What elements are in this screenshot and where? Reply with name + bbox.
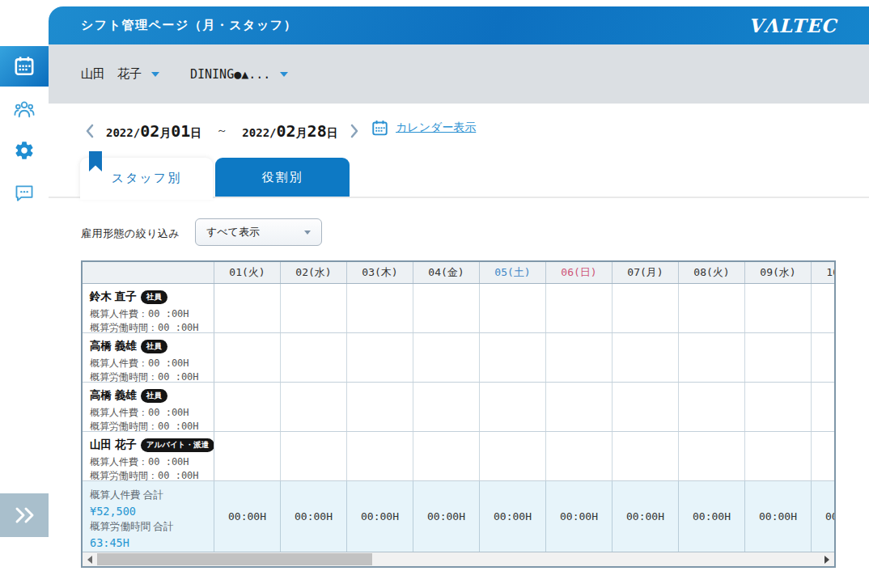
start-day-unit: 日 xyxy=(190,126,201,141)
store-selector-dropdown[interactable]: DINING●▲... xyxy=(190,67,288,82)
shift-cell[interactable] xyxy=(413,284,480,332)
shift-cell[interactable] xyxy=(613,432,679,480)
shift-cell[interactable] xyxy=(214,383,281,431)
shift-cell[interactable] xyxy=(347,333,413,382)
staff-row-header: 山田 花子アルバイト・派遣概算人件費：00 :00H概算労働時間：00 :00H xyxy=(83,432,214,480)
cost-line-label: 概算人件費： xyxy=(90,456,148,467)
shift-cell[interactable] xyxy=(679,383,745,431)
shift-cell[interactable] xyxy=(281,432,347,480)
scroll-right-button[interactable] xyxy=(820,552,833,566)
cost-line: 概算人件費：00 :00H xyxy=(90,455,206,469)
shift-cell[interactable] xyxy=(347,284,413,332)
shift-cell[interactable] xyxy=(745,333,812,382)
summary-header-cell: 概算人件費 合計 ¥52,500 概算労働時間 合計 63:45H xyxy=(83,481,214,552)
chevron-right-icon xyxy=(350,124,359,138)
shift-cell[interactable] xyxy=(546,432,613,480)
start-day: 01 xyxy=(171,121,190,141)
sidebar-item-shift-calendar[interactable] xyxy=(0,46,49,87)
sidebar xyxy=(0,0,49,588)
shift-cell[interactable] xyxy=(347,383,413,431)
page: { "header": { "title": "シフト管理ページ（月・スタッフ）… xyxy=(0,0,869,588)
day-column-header: 10(木) xyxy=(812,262,834,283)
employment-filter-value: すべて表示 xyxy=(206,225,260,239)
shift-cell[interactable] xyxy=(613,383,679,431)
shift-cell[interactable] xyxy=(745,432,812,480)
staff-selector-dropdown[interactable]: 山田 花子 xyxy=(81,66,159,82)
staff-row-header: 鈴木 直子社員概算人件費：00 :00H概算労働時間：00 :00H xyxy=(83,284,214,332)
caret-down-icon xyxy=(151,72,159,77)
bookmark-icon xyxy=(89,151,102,174)
shift-cell[interactable] xyxy=(347,432,413,480)
shift-cell[interactable] xyxy=(812,284,834,332)
shift-cell[interactable] xyxy=(214,333,281,382)
shift-cell[interactable] xyxy=(281,284,347,332)
shift-cell[interactable] xyxy=(812,333,834,382)
shift-cell[interactable] xyxy=(480,284,546,332)
end-month-unit: 月 xyxy=(296,126,307,141)
sidebar-item-settings[interactable] xyxy=(0,130,49,171)
next-month-button[interactable] xyxy=(348,122,361,140)
table-header-row: 01(火)02(水)03(木)04(金)05(土)06(日)07(月)08(火)… xyxy=(83,262,834,284)
staff-name: 高橋 義雄 xyxy=(90,388,137,403)
prev-month-button[interactable] xyxy=(83,122,96,140)
chat-icon xyxy=(14,182,35,203)
shift-cell[interactable] xyxy=(546,383,613,431)
shift-cell[interactable] xyxy=(679,284,745,332)
summary-day-cell: 00:00H xyxy=(546,481,613,552)
employment-filter-select[interactable]: すべて表示 xyxy=(195,218,322,246)
shift-cell[interactable] xyxy=(413,383,480,431)
shift-cell[interactable] xyxy=(546,333,613,382)
shift-cell[interactable] xyxy=(812,432,834,480)
scroll-thumb[interactable] xyxy=(97,553,372,565)
summary-day-cell: 00:00H xyxy=(214,481,281,552)
shift-cell[interactable] xyxy=(480,432,546,480)
calendar-view-link[interactable]: カレンダー表示 xyxy=(371,117,476,138)
cost-line-value: 00 :00H xyxy=(148,456,189,467)
sidebar-expand-button[interactable] xyxy=(0,493,49,537)
time-line: 概算労働時間：00 :00H xyxy=(90,370,206,382)
caret-down-icon xyxy=(280,72,288,77)
shift-cell[interactable] xyxy=(546,284,613,332)
shift-cell[interactable] xyxy=(613,284,679,332)
sidebar-item-messages[interactable] xyxy=(0,172,49,213)
staff-row: 高橋 義雄社員概算人件費：00 :00H概算労働時間：00 :00H xyxy=(83,333,834,383)
corner-header-cell xyxy=(83,262,214,283)
shift-cell[interactable] xyxy=(812,383,834,431)
cost-total-value: ¥52,500 xyxy=(90,503,206,519)
sidebar-item-staff[interactable] xyxy=(0,89,49,129)
staff-row: 山田 花子アルバイト・派遣概算人件費：00 :00H概算労働時間：00 :00H xyxy=(83,432,834,481)
day-column-header: 09(水) xyxy=(745,262,812,283)
shift-cell[interactable] xyxy=(613,333,679,382)
shift-cell[interactable] xyxy=(281,333,347,382)
scroll-left-button[interactable] xyxy=(83,552,96,566)
horizontal-scrollbar[interactable] xyxy=(83,552,834,566)
day-column-header: 05(土) xyxy=(480,262,546,283)
shift-cell[interactable] xyxy=(745,383,812,431)
shift-cell[interactable] xyxy=(480,383,546,431)
shift-cell[interactable] xyxy=(679,333,745,382)
tab-by-staff[interactable]: スタッフ別 xyxy=(80,158,213,198)
summary-day-cell: 00:00H xyxy=(745,481,812,552)
shift-cell[interactable] xyxy=(480,333,546,382)
end-year: 2022/ xyxy=(242,126,276,139)
shift-cell[interactable] xyxy=(214,432,281,480)
day-column-header: 08(火) xyxy=(679,262,745,283)
shift-cell[interactable] xyxy=(413,333,480,382)
summary-day-cell: 00:00H xyxy=(679,481,745,552)
shift-cell[interactable] xyxy=(679,432,745,480)
shift-cell[interactable] xyxy=(281,383,347,431)
subheader: 山田 花子 DINING●▲... xyxy=(49,44,869,104)
shift-cell[interactable] xyxy=(214,284,281,332)
time-total-label: 概算労働時間 合計 xyxy=(90,519,206,535)
staff-row: 鈴木 直子社員概算人件費：00 :00H概算労働時間：00 :00H xyxy=(83,284,834,333)
staff-row-header: 高橋 義雄社員概算人件費：00 :00H概算労働時間：00 :00H xyxy=(83,383,214,431)
triangle-right-icon xyxy=(824,556,829,564)
time-line-label: 概算労働時間： xyxy=(90,371,158,382)
tab-by-role[interactable]: 役割別 xyxy=(215,158,350,197)
cost-line-value: 00 :00H xyxy=(148,308,189,319)
shift-cell[interactable] xyxy=(745,284,812,332)
employment-filter-label: 雇用形態の絞り込み xyxy=(81,226,180,241)
shift-cell[interactable] xyxy=(413,432,480,480)
staff-name-line: 山田 花子アルバイト・派遣 xyxy=(90,438,206,452)
day-column-header: 02(水) xyxy=(281,262,347,283)
